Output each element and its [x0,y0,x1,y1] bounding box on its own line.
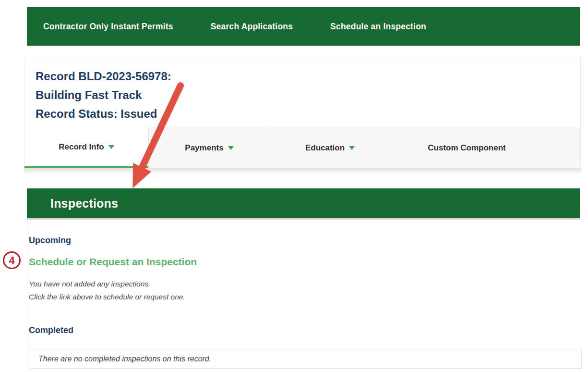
upcoming-empty-line-1: You have not added any inspections. [29,277,580,290]
tab-record-info-label: Record Info [59,142,104,152]
schedule-or-request-inspection-link[interactable]: Schedule or Request an Inspection [29,256,197,268]
record-number-title: Record BLD-2023-56978: [36,67,580,86]
upcoming-empty-message: You have not added any inspections. Clic… [29,277,580,303]
record-card: Record BLD-2023-56978: Building Fast Tra… [24,58,581,168]
upcoming-empty-line-2: Click the link above to schedule or requ… [29,290,580,303]
tab-payments[interactable]: Payments [148,127,270,168]
chevron-down-icon [228,146,234,150]
tab-education-label: Education [305,143,345,153]
tab-bar-shadow [24,168,581,174]
completed-empty-message: There are no completed inspections on th… [38,355,211,363]
completed-empty-box: There are no completed inspections on th… [30,349,582,369]
inspections-section-title: Inspections [50,197,118,211]
completed-heading: Completed [29,325,580,335]
tab-custom-component[interactable]: Custom Component [390,127,543,168]
record-tab-bar: Record Info Payments Education Custom Co… [24,127,580,168]
tab-record-info[interactable]: Record Info [24,127,148,168]
tab-education[interactable]: Education [270,127,390,168]
top-navigation-bar: Contractor Only Instant Permits Search A… [27,7,580,46]
step-number-badge: 4 [3,251,21,269]
record-header: Record BLD-2023-56978: Building Fast Tra… [24,58,580,127]
tab-payments-label: Payments [185,143,223,153]
chevron-down-icon [349,146,355,150]
inspections-section-header: Inspections [27,188,580,220]
nav-item-contractor-only-instant-permits[interactable]: Contractor Only Instant Permits [43,22,173,32]
tab-bar-filler [543,127,580,168]
nav-item-schedule-an-inspection[interactable]: Schedule an Inspection [330,22,426,32]
record-type-title: Building Fast Track [36,86,580,104]
nav-item-search-applications[interactable]: Search Applications [211,22,293,32]
inspections-content: Upcoming Schedule or Request an Inspecti… [27,221,580,372]
record-status-title: Record Status: Issued [36,104,580,123]
chevron-down-icon [108,145,114,149]
tab-custom-component-label: Custom Component [428,143,505,153]
upcoming-heading: Upcoming [29,236,580,246]
